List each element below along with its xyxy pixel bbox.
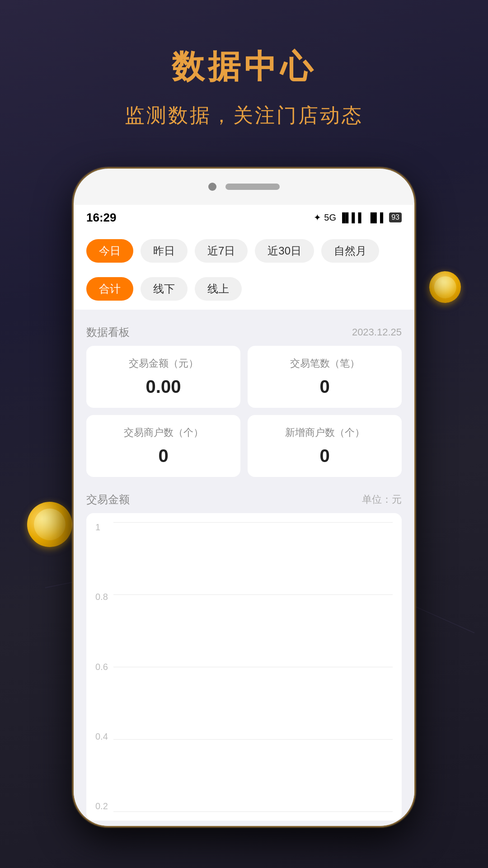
data-board-title: 数据看板 — [86, 325, 130, 340]
bluetooth-icon: ✦ — [314, 212, 321, 223]
filter-btn-yesterday[interactable]: 昨日 — [141, 239, 188, 263]
battery-icon: 93 — [389, 212, 402, 222]
data-board-section: 数据看板 2023.12.25 交易金额（元） 0.00 交易笔数（笔） 0 — [86, 319, 402, 477]
chart-grid-line-3 — [113, 667, 393, 667]
data-card-count-value: 0 — [319, 377, 329, 397]
chart-grid — [113, 522, 393, 811]
data-card-merchants-label: 交易商户数（个） — [124, 426, 203, 439]
transaction-title: 交易金额 — [86, 492, 130, 507]
chart-y-axis: 1 0.8 0.6 0.4 0.2 — [95, 522, 108, 811]
transaction-section: 交易金额 单位：元 1 0.8 0.6 0.4 0.2 — [86, 486, 402, 821]
transaction-unit: 单位：元 — [362, 493, 402, 506]
transaction-header: 交易金额 单位：元 — [86, 486, 402, 513]
data-card-amount-label: 交易金额（元） — [129, 357, 198, 370]
filter-btn-30days[interactable]: 近30日 — [255, 239, 314, 263]
filter-btn-online[interactable]: 线上 — [195, 277, 242, 301]
chart-grid-line-5 — [113, 811, 393, 812]
chart-grid-line-4 — [113, 739, 393, 740]
filter-btn-month[interactable]: 自然月 — [321, 239, 379, 263]
phone-screen: 16:29 ✦ 5G ▐▌▌▌ ▐▌▌ 93 今日 昨日 近7日 — [74, 205, 414, 826]
data-cards-grid: 交易金额（元） 0.00 交易笔数（笔） 0 交易商户数（个） 0 — [86, 346, 402, 477]
data-board-header: 数据看板 2023.12.25 — [86, 319, 402, 346]
status-icons: ✦ 5G ▐▌▌▌ ▐▌▌ 93 — [314, 212, 402, 223]
filter-btn-today[interactable]: 今日 — [86, 239, 133, 263]
page-title: 数据中心 — [0, 45, 488, 89]
chart-y-label-4: 0.4 — [95, 731, 108, 742]
data-card-count-label: 交易笔数（笔） — [290, 357, 360, 370]
filter-row-2: 合计 线下 线上 — [74, 272, 414, 310]
coin-decoration-3 — [23, 498, 76, 551]
chart-y-label-5: 0.2 — [95, 801, 108, 811]
data-card-count: 交易笔数（笔） 0 — [248, 346, 402, 408]
data-card-new-merchants-value: 0 — [319, 446, 329, 466]
data-card-merchants-value: 0 — [158, 446, 168, 466]
data-card-new-merchants: 新增商户数（个） 0 — [248, 415, 402, 477]
data-card-amount: 交易金额（元） 0.00 — [86, 346, 240, 408]
filter-btn-offline[interactable]: 线下 — [141, 277, 188, 301]
filter-row-1: 今日 昨日 近7日 近30日 自然月 — [74, 230, 414, 272]
status-time: 16:29 — [86, 211, 117, 225]
page-header: 数据中心 监测数据，关注门店动态 — [0, 0, 488, 129]
filter-btn-total[interactable]: 合计 — [86, 277, 133, 301]
chart-area: 1 0.8 0.6 0.4 0.2 — [86, 513, 402, 821]
page-subtitle: 监测数据，关注门店动态 — [0, 102, 488, 129]
signal-label: 5G — [324, 212, 336, 223]
data-card-amount-value: 0.00 — [146, 377, 181, 397]
phone-mockup: 16:29 ✦ 5G ▐▌▌▌ ▐▌▌ 93 今日 昨日 近7日 — [72, 167, 416, 827]
phone-speaker — [225, 184, 280, 190]
chart-y-label-1: 1 — [95, 522, 108, 533]
signal-bars-2-icon: ▐▌▌ — [367, 212, 387, 223]
chart-y-label-3: 0.6 — [95, 662, 108, 672]
data-card-new-merchants-label: 新增商户数（个） — [285, 426, 365, 439]
phone-frame: 16:29 ✦ 5G ▐▌▌▌ ▐▌▌ 93 今日 昨日 近7日 — [72, 167, 416, 827]
coin-decoration-2 — [425, 267, 465, 307]
phone-notch — [74, 169, 414, 205]
phone-camera — [208, 183, 216, 191]
data-board-date: 2023.12.25 — [352, 326, 402, 338]
chart-grid-line-1 — [113, 522, 393, 523]
signal-bars-icon: ▐▌▌▌ — [339, 212, 365, 223]
status-bar: 16:29 ✦ 5G ▐▌▌▌ ▐▌▌ 93 — [74, 205, 414, 230]
data-card-merchants: 交易商户数（个） 0 — [86, 415, 240, 477]
filter-btn-7days[interactable]: 近7日 — [195, 239, 248, 263]
chart-grid-line-2 — [113, 594, 393, 595]
battery-value: 93 — [391, 213, 399, 222]
screen-content: 今日 昨日 近7日 近30日 自然月 合计 线下 线上 数据看板 2023.1 — [74, 230, 414, 826]
chart-y-label-2: 0.8 — [95, 592, 108, 602]
